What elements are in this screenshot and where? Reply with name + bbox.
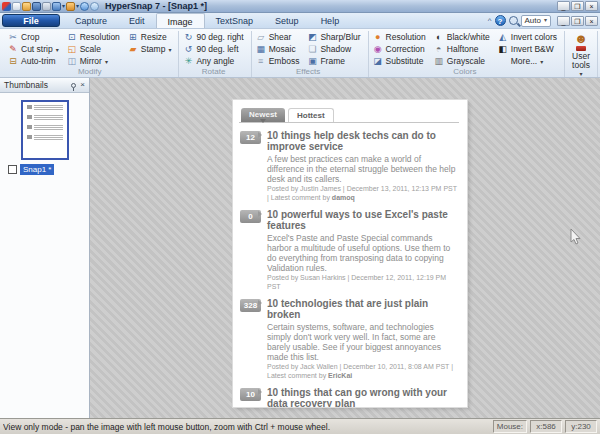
minimize-button[interactable]: _ — [557, 1, 570, 11]
scale-button[interactable]: ◱ Scale — [65, 43, 122, 55]
resize-button[interactable]: ⊞ Resize — [126, 31, 174, 43]
image-workspace[interactable]: Newest Hottest 12 10 things help desk te… — [90, 78, 600, 418]
halftone-icon: ◓ — [434, 44, 444, 54]
grayscale-button[interactable]: ▥ Grayscale — [432, 55, 492, 67]
snapshot-tab-hottest: Hottest — [288, 108, 334, 122]
dropdown-icon: ▾ — [105, 58, 108, 65]
ribbon-group-rotate: ↻ 90 deg. right ↺ 90 deg. left ✳ Any ang… — [179, 31, 251, 77]
open-recent-icon[interactable] — [66, 2, 75, 11]
tab-capture[interactable]: Capture — [64, 13, 118, 28]
thumbnails-panel-header: Thumbnails × — [0, 78, 89, 93]
color-resolution-label: Resolution — [386, 32, 426, 42]
emboss-button[interactable]: ≡ Emboss — [254, 55, 302, 67]
zoom-level-select[interactable]: Auto ▾ — [521, 15, 551, 27]
sharp-blur-icon: ◩ — [307, 32, 317, 42]
emboss-icon: ≡ — [256, 56, 266, 66]
thumbnail-label[interactable]: Snap1 * — [20, 164, 54, 175]
mirror-button[interactable]: ◫ Mirror ▾ — [65, 55, 122, 67]
color-resolution-button[interactable]: ● Resolution — [371, 31, 428, 43]
rotate-right-label: 90 deg. right — [196, 32, 243, 42]
cut-strip-icon: ✎ — [8, 44, 18, 54]
rotate-left-label: 90 deg. left — [196, 44, 238, 54]
doc-minimize-button[interactable]: _ — [557, 16, 570, 26]
thumbnails-panel-title: Thumbnails — [4, 80, 48, 90]
capture-dropdown-icon[interactable]: ▾ — [62, 2, 65, 11]
crop-button[interactable]: ✂ Crop — [6, 31, 61, 43]
user-tools-button[interactable]: ☻ User tools ▾ — [571, 32, 591, 77]
dropdown-icon: ▾ — [168, 46, 171, 53]
substitute-icon: ◪ — [373, 56, 383, 66]
shadow-label: Shadow — [320, 44, 351, 54]
mosaic-button[interactable]: ▦ Mosaic — [254, 43, 302, 55]
comment-count-badge: 12 — [240, 131, 261, 144]
rotate-right-button[interactable]: ↻ 90 deg. right — [181, 31, 245, 43]
invert-bw-icon: ◧ — [498, 44, 508, 54]
doc-close-button[interactable]: × — [585, 16, 598, 26]
ribbon-tab-bar: File Capture Edit Image TextSnap Setup H… — [0, 13, 600, 29]
invert-colors-button[interactable]: ◭ Invert colors — [496, 31, 559, 43]
zoom-search-icon[interactable] — [509, 16, 518, 25]
invert-bw-button[interactable]: ◧ Invert B&W — [496, 43, 559, 55]
black-white-label: Black/white — [447, 32, 490, 42]
print-icon[interactable] — [42, 2, 51, 11]
dropdown-icon: ▾ — [540, 58, 543, 65]
article-byline: Posted by Susan Harkins | December 12, 2… — [267, 274, 458, 291]
title-bar: ▾ ▾ HyperSnap 7 - [Snap1 *] _ ❐ × — [0, 0, 600, 13]
shear-button[interactable]: ▱ Shear — [254, 31, 302, 43]
document-window-controls: _ ❐ × — [557, 16, 598, 26]
tab-image[interactable]: Image — [156, 13, 205, 28]
grayscale-icon: ▥ — [434, 56, 444, 66]
ribbon-group-effects: ▱ Shear ▦ Mosaic ≡ Emboss ◩ Sharp/Blur ❏ — [252, 31, 369, 77]
file-menu-button[interactable]: File — [2, 14, 60, 27]
more-colors-label: More... — [511, 56, 537, 66]
tab-setup[interactable]: Setup — [264, 13, 310, 28]
doc-restore-button[interactable]: ❐ — [571, 16, 584, 26]
save-icon[interactable] — [32, 2, 41, 11]
more-colors-button[interactable]: More... ▾ — [496, 55, 559, 67]
correction-button[interactable]: ◉ Correction — [371, 43, 428, 55]
shear-icon: ▱ — [256, 32, 266, 42]
shadow-button[interactable]: ❏ Shadow — [305, 43, 362, 55]
halftone-button[interactable]: ◓ Halftone — [432, 43, 492, 55]
ribbon-group-user-tools: ☻ User tools ▾ — [565, 31, 598, 77]
window-title: HyperSnap 7 - [Snap1 *] — [105, 1, 207, 11]
any-angle-label: Any angle — [196, 56, 234, 66]
tab-help[interactable]: Help — [310, 13, 351, 28]
stamp-button[interactable]: ▰ Stamp ▾ — [126, 43, 174, 55]
any-angle-button[interactable]: ✳ Any angle — [181, 55, 245, 67]
panel-close-icon[interactable]: × — [80, 81, 85, 89]
group-label-colors: Colors — [371, 67, 559, 77]
resolution-button[interactable]: ⊡ Resolution — [65, 31, 122, 43]
collapse-ribbon-icon[interactable]: ^ — [488, 16, 492, 25]
black-white-button[interactable]: ◐ Black/white — [432, 31, 492, 43]
status-bar: View only mode - pan the image with left… — [0, 418, 600, 434]
frame-button[interactable]: ▣ Frame — [305, 55, 362, 67]
window-controls: _ ❐ × — [557, 1, 598, 11]
cut-strip-button[interactable]: ✎ Cut strip ▾ — [6, 43, 61, 55]
auto-trim-button[interactable]: ⊟ Auto-trim — [6, 55, 61, 67]
zoom-dropdown-icon: ▾ — [544, 16, 547, 25]
tab-textsnap[interactable]: TextSnap — [205, 13, 265, 28]
rotate-left-button[interactable]: ↺ 90 deg. left — [181, 43, 245, 55]
sharp-blur-button[interactable]: ◩ Sharp/Blur — [305, 31, 362, 43]
substitute-button[interactable]: ◪ Substitute — [371, 55, 428, 67]
open-file-icon[interactable] — [22, 2, 31, 11]
new-snapshot-icon[interactable] — [12, 2, 21, 11]
scale-icon: ◱ — [67, 44, 77, 54]
recent-dropdown-icon[interactable]: ▾ — [76, 2, 79, 11]
tab-edit[interactable]: Edit — [118, 13, 156, 28]
thumbnail-preview[interactable] — [21, 100, 69, 160]
undo-icon[interactable] — [80, 2, 89, 11]
user-tools-icon: ☻ — [574, 32, 588, 51]
thumbnail-checkbox[interactable] — [8, 165, 17, 174]
redo-icon[interactable] — [90, 2, 99, 11]
any-angle-icon: ✳ — [183, 56, 193, 66]
restore-button[interactable]: ❐ — [571, 1, 584, 11]
article-title: 10 things that can go wrong with your da… — [267, 387, 458, 407]
snapshot-tab-newest: Newest — [241, 108, 285, 122]
close-button[interactable]: × — [585, 1, 598, 11]
help-icon[interactable]: ? — [495, 15, 506, 26]
dropdown-icon: ▾ — [580, 70, 583, 77]
pin-icon[interactable] — [71, 83, 76, 88]
capture-icon[interactable] — [52, 2, 61, 11]
